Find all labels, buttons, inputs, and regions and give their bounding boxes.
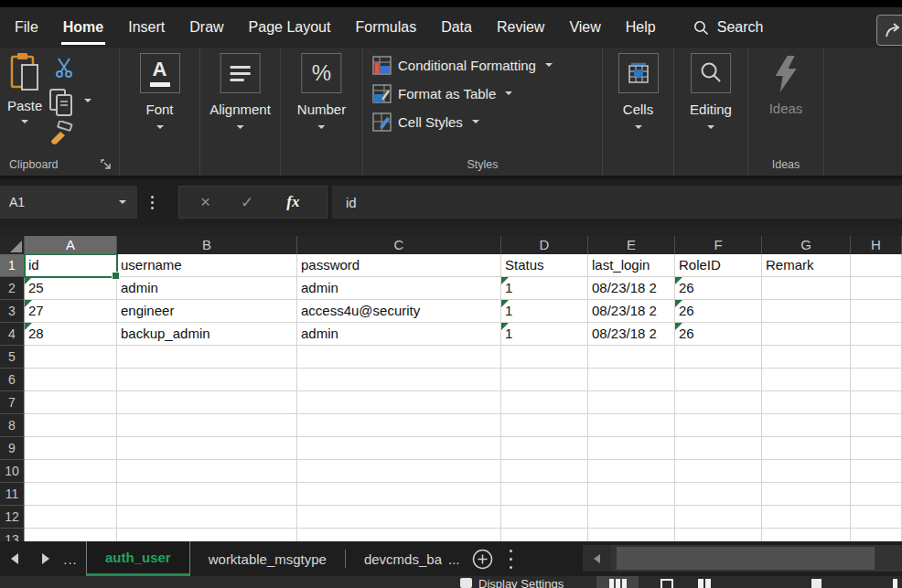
column-header-B[interactable]: B [117,236,297,254]
cell-H5[interactable] [851,346,902,369]
menu-formulas[interactable]: Formulas [355,7,416,48]
cell-H13[interactable] [851,529,902,541]
column-header-H[interactable]: H [851,236,902,254]
search-button[interactable]: Search [693,19,764,36]
name-box-dropdown-caret[interactable] [119,200,126,204]
cell-C6[interactable] [297,369,501,391]
new-sheet-button[interactable] [464,541,502,576]
column-header-F[interactable]: F [675,236,762,254]
cell-A4[interactable]: 28 [25,323,117,346]
cell-H8[interactable] [851,414,902,437]
row-header-8[interactable]: 8 [0,414,25,437]
row-header-6[interactable]: 6 [0,369,25,391]
cell-F9[interactable] [675,437,762,460]
menu-data[interactable]: Data [441,7,472,48]
cell-F6[interactable] [675,369,762,391]
cut-button[interactable] [53,57,75,79]
cell-A6[interactable] [25,369,117,391]
cell-F7[interactable] [675,391,762,414]
row-header-10[interactable]: 10 [0,460,25,483]
cell-E9[interactable] [588,437,675,460]
cell-D7[interactable] [501,391,588,414]
cell-B7[interactable] [117,391,297,414]
cell-H7[interactable] [851,391,902,414]
column-header-C[interactable]: C [297,236,501,254]
row-header-5[interactable]: 5 [0,346,25,369]
sheet-tab-kebab-icon[interactable] [505,541,518,576]
sheet-tab-worktable-msgtype[interactable]: worktable_msgtype [190,541,345,576]
cell-A11[interactable] [25,483,117,506]
cell-G2[interactable] [762,277,851,300]
cell-F13[interactable] [675,529,762,541]
cell-A13[interactable] [25,529,117,541]
view-page-break-button[interactable] [689,576,720,588]
cell-H6[interactable] [851,369,902,391]
cell-E3[interactable]: 08/23/18 2 [588,300,675,323]
format-painter-button[interactable] [48,121,75,146]
cell-D1[interactable]: Status [501,254,588,277]
row-header-12[interactable]: 12 [0,506,25,529]
cell-F5[interactable] [675,346,762,369]
cell-G8[interactable] [762,414,851,437]
cell-E12[interactable] [588,506,675,529]
cell-B8[interactable] [117,414,297,437]
paste-button[interactable]: Paste [7,51,42,123]
sheet-tab-devcmds[interactable]: devcmds_ba ... [346,541,464,576]
cell-C3[interactable]: access4u@security [297,300,501,323]
cell-B2[interactable]: admin [117,277,297,300]
cell-B4[interactable]: backup_admin [117,323,297,346]
cell-F10[interactable] [675,460,762,483]
cell-C2[interactable]: admin [297,277,501,300]
cell-C4[interactable]: admin [297,323,501,346]
cell-D12[interactable] [501,506,588,529]
cell-A1[interactable]: id [25,254,117,277]
cell-D9[interactable] [501,437,588,460]
sheet-tab-auth-user[interactable]: auth_user [86,541,190,576]
cell-D10[interactable] [501,460,588,483]
menu-insert[interactable]: Insert [128,7,165,48]
cell-D3[interactable]: 1 [501,300,588,323]
zoom-slider-handle[interactable] [811,579,821,588]
cell-G11[interactable] [762,483,851,506]
cell-D5[interactable] [501,346,588,369]
cell-E5[interactable] [588,346,675,369]
cell-A5[interactable] [25,346,117,369]
cell-H10[interactable] [851,460,902,483]
cell-styles-button[interactable]: Cell Styles [372,112,479,132]
scroll-left-icon[interactable] [583,545,611,572]
cell-C12[interactable] [297,506,501,529]
cell-F3[interactable]: 26 [675,300,762,323]
column-header-A[interactable]: A [25,236,117,254]
cell-C7[interactable] [297,391,501,414]
row-header-2[interactable]: 2 [0,277,25,300]
cell-E1[interactable]: last_login [588,254,675,277]
menu-view[interactable]: View [569,7,600,48]
cell-B13[interactable] [117,529,297,541]
cell-E13[interactable] [588,529,675,541]
cell-H4[interactable] [851,323,902,346]
cell-A10[interactable] [25,460,117,483]
cell-F11[interactable] [675,483,762,506]
cell-A2[interactable]: 25 [25,277,117,300]
copy-button[interactable] [48,88,75,117]
cell-E7[interactable] [588,391,675,414]
cell-C10[interactable] [297,460,501,483]
menu-review[interactable]: Review [497,7,544,48]
sheet-overflow-ellipsis[interactable]: ... [55,541,86,576]
cell-G1[interactable]: Remark [762,254,851,277]
cell-H2[interactable] [851,277,902,300]
select-all-corner[interactable] [0,236,25,254]
scrollbar-track[interactable] [611,545,902,572]
display-settings-button[interactable]: Display Settings [478,577,564,588]
cell-H9[interactable] [851,437,902,460]
enter-check-icon[interactable]: ✓ [241,193,253,212]
cell-G13[interactable] [762,529,851,541]
row-header-1[interactable]: 1 [0,254,25,277]
cell-G10[interactable] [762,460,851,483]
column-header-D[interactable]: D [501,236,588,254]
conditional-formatting-button[interactable]: Conditional Formatting [372,55,553,75]
cells-button[interactable]: Cells [618,53,659,129]
cell-E2[interactable]: 08/23/18 2 [588,277,675,300]
font-button[interactable]: A Font [140,53,180,129]
cell-B1[interactable]: username [117,254,297,277]
